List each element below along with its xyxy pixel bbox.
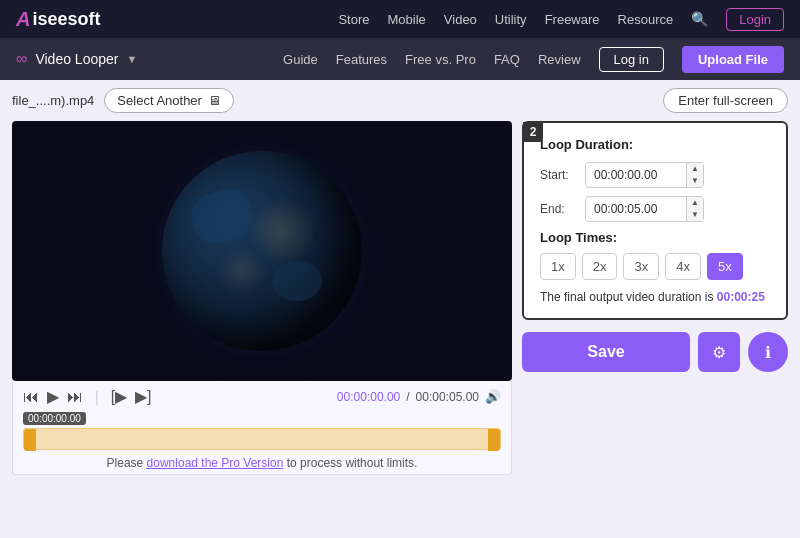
toolbar-left: file_....m).mp4 Select Another 🖥 <box>12 88 234 113</box>
video-section: ⏮ ▶ ⏭ | [▶ ▶] 00:00:00.00 / 00:00:05.00 … <box>12 121 512 530</box>
time-marker: 00:00:00.00 <box>23 412 86 425</box>
logo-icon: A <box>16 8 30 31</box>
pro-notice: Please download the Pro Version to proce… <box>23 456 501 470</box>
timeline-track[interactable] <box>23 428 501 450</box>
video-controls: ⏮ ▶ ⏭ | [▶ ▶] 00:00:00.00 / 00:00:05.00 … <box>12 381 512 475</box>
end-decrement[interactable]: ▼ <box>687 209 703 221</box>
timeline-handle-right[interactable] <box>488 429 500 451</box>
sec-nav-title: Video Looper <box>35 51 118 67</box>
video-display <box>12 121 512 381</box>
loop-times-row: 1x 2x 3x 4x 5x <box>540 253 770 280</box>
file-name: file_....m).mp4 <box>12 93 94 108</box>
loop-config-box: 2 Loop Duration: Start: ▲ ▼ End: <box>522 121 788 320</box>
main-area: file_....m).mp4 Select Another 🖥 Enter f… <box>0 80 800 538</box>
end-input-wrapper: ▲ ▼ <box>585 196 704 222</box>
play-button[interactable]: ▶ <box>47 387 59 406</box>
separator: | <box>95 389 99 405</box>
time-separator: / <box>406 390 409 404</box>
volume-icon[interactable]: 🔊 <box>485 389 501 404</box>
duration-value: 00:00:25 <box>717 290 765 304</box>
loop-3x-button[interactable]: 3x <box>623 253 659 280</box>
city-lights-overlay <box>162 151 362 351</box>
login-button[interactable]: Login <box>726 8 784 31</box>
loop-out-button[interactable]: ▶] <box>135 387 151 406</box>
duration-prefix: The final output video duration is <box>540 290 717 304</box>
timeline-row: 00:00:00.00 <box>23 410 501 450</box>
pro-version-link[interactable]: download the Pro Version <box>147 456 284 470</box>
nav-store[interactable]: Store <box>338 12 369 27</box>
loop-2x-button[interactable]: 2x <box>582 253 618 280</box>
playback-controls: ⏮ ▶ ⏭ | [▶ ▶] <box>23 387 152 406</box>
monitor-icon: 🖥 <box>208 93 221 108</box>
chevron-down-icon[interactable]: ▼ <box>126 53 137 65</box>
start-spin-buttons: ▲ ▼ <box>686 163 703 187</box>
time-total: 00:00:05.00 <box>416 390 479 404</box>
search-icon[interactable]: 🔍 <box>691 11 708 27</box>
sec-nav-brand: ∞ Video Looper ▼ <box>16 50 137 68</box>
start-input-wrapper: ▲ ▼ <box>585 162 704 188</box>
end-label: End: <box>540 202 575 216</box>
nav-free-vs-pro[interactable]: Free vs. Pro <box>405 52 476 67</box>
pro-notice-suffix: to process without limits. <box>283 456 417 470</box>
nav-freeware[interactable]: Freeware <box>545 12 600 27</box>
loop-icon: ∞ <box>16 50 27 68</box>
log-in-button[interactable]: Log in <box>599 47 664 72</box>
nav-features[interactable]: Features <box>336 52 387 67</box>
earth-graphic <box>162 151 362 351</box>
toolbar-row: file_....m).mp4 Select Another 🖥 Enter f… <box>12 88 788 113</box>
upload-file-button[interactable]: Upload File <box>682 46 784 73</box>
right-panel: 2 Loop Duration: Start: ▲ ▼ End: <box>522 121 788 530</box>
controls-row: ⏮ ▶ ⏭ | [▶ ▶] 00:00:00.00 / 00:00:05.00 … <box>23 387 501 406</box>
end-input[interactable] <box>586 198 686 220</box>
loop-5x-button[interactable]: 5x <box>707 253 743 280</box>
video-player[interactable] <box>12 121 512 381</box>
fullscreen-button[interactable]: Enter full-screen <box>663 88 788 113</box>
save-bar: Save ⚙ ℹ <box>522 332 788 372</box>
start-decrement[interactable]: ▼ <box>687 175 703 187</box>
end-increment[interactable]: ▲ <box>687 197 703 209</box>
select-another-button[interactable]: Select Another 🖥 <box>104 88 234 113</box>
top-nav-links: Store Mobile Video Utility Freeware Reso… <box>338 8 784 31</box>
skip-forward-button[interactable]: ⏭ <box>67 388 83 406</box>
content-row: ⏮ ▶ ⏭ | [▶ ▶] 00:00:00.00 / 00:00:05.00 … <box>12 121 788 530</box>
save-info-button[interactable]: ℹ <box>748 332 788 372</box>
loop-times-label: Loop Times: <box>540 230 770 245</box>
logo: A iseesoft <box>16 8 100 31</box>
sec-nav: ∞ Video Looper ▼ Guide Features Free vs.… <box>0 38 800 80</box>
nav-faq[interactable]: FAQ <box>494 52 520 67</box>
nav-mobile[interactable]: Mobile <box>388 12 426 27</box>
start-input[interactable] <box>586 164 686 186</box>
save-settings-button[interactable]: ⚙ <box>698 332 740 372</box>
box-number: 2 <box>523 122 543 142</box>
save-button[interactable]: Save <box>522 332 690 372</box>
start-label: Start: <box>540 168 575 182</box>
nav-review[interactable]: Review <box>538 52 581 67</box>
end-spin-buttons: ▲ ▼ <box>686 197 703 221</box>
nav-resource[interactable]: Resource <box>618 12 674 27</box>
sec-nav-links: Guide Features Free vs. Pro FAQ Review L… <box>283 46 784 73</box>
top-nav: A iseesoft Store Mobile Video Utility Fr… <box>0 0 800 38</box>
loop-in-button[interactable]: [▶ <box>111 387 127 406</box>
time-current: 00:00:00.00 <box>337 390 400 404</box>
nav-utility[interactable]: Utility <box>495 12 527 27</box>
loop-4x-button[interactable]: 4x <box>665 253 701 280</box>
nav-video[interactable]: Video <box>444 12 477 27</box>
pro-notice-prefix: Please <box>107 456 147 470</box>
select-another-label: Select Another <box>117 93 202 108</box>
start-increment[interactable]: ▲ <box>687 163 703 175</box>
skip-back-button[interactable]: ⏮ <box>23 388 39 406</box>
nav-guide[interactable]: Guide <box>283 52 318 67</box>
loop-1x-button[interactable]: 1x <box>540 253 576 280</box>
duration-text: The final output video duration is 00:00… <box>540 290 770 304</box>
start-field-row: Start: ▲ ▼ <box>540 162 770 188</box>
end-field-row: End: ▲ ▼ <box>540 196 770 222</box>
loop-duration-label: Loop Duration: <box>540 137 770 152</box>
timeline-handle-left[interactable] <box>24 429 36 451</box>
logo-text: iseesoft <box>32 9 100 30</box>
